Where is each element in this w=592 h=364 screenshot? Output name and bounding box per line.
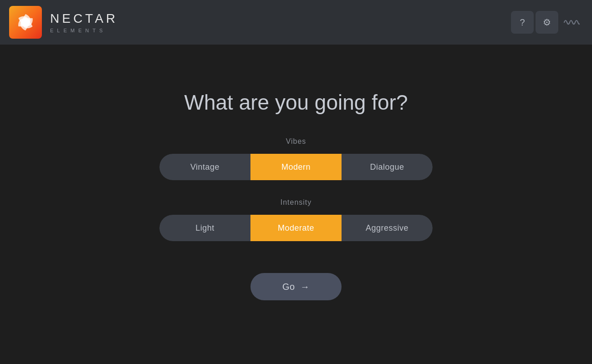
main-content: What are you going for? Vibes Vintage Mo… — [0, 45, 592, 364]
logo-container: NECTAR ELEMENTS — [9, 6, 118, 39]
vibes-dialogue-button[interactable]: Dialogue — [342, 154, 433, 180]
vibes-vintage-button[interactable]: Vintage — [159, 154, 250, 180]
intensity-section: Intensity Light Moderate Aggressive — [159, 198, 433, 241]
intensity-light-button[interactable]: Light — [159, 215, 250, 241]
intensity-button-group: Light Moderate Aggressive — [159, 215, 433, 241]
vibes-section: Vibes Vintage Modern Dialogue — [159, 137, 433, 180]
header: NECTAR ELEMENTS ? ⚙ — [0, 0, 592, 45]
settings-button[interactable]: ⚙ — [536, 11, 558, 34]
waveform-icon — [563, 16, 580, 29]
brand-subtitle: ELEMENTS — [50, 28, 118, 33]
intensity-aggressive-button[interactable]: Aggressive — [342, 215, 433, 241]
waveform-button[interactable] — [560, 11, 583, 34]
vibes-modern-button[interactable]: Modern — [250, 154, 342, 180]
help-icon: ? — [520, 17, 525, 28]
vibes-button-group: Vintage Modern Dialogue — [159, 154, 433, 180]
vibes-label: Vibes — [286, 137, 306, 146]
gear-icon: ⚙ — [543, 17, 551, 28]
go-arrow-icon: → — [301, 282, 310, 292]
brand-name: NECTAR — [50, 11, 118, 26]
intensity-moderate-button[interactable]: Moderate — [250, 215, 342, 241]
logo-icon — [9, 6, 42, 39]
page-title: What are you going for? — [184, 90, 408, 115]
logo-text: NECTAR ELEMENTS — [50, 11, 118, 33]
help-button[interactable]: ? — [511, 11, 534, 34]
header-actions: ? ⚙ — [511, 11, 583, 34]
intensity-label: Intensity — [281, 198, 312, 207]
nectar-logo-svg — [14, 11, 37, 34]
go-button[interactable]: Go → — [250, 273, 342, 300]
go-label: Go — [282, 282, 295, 292]
